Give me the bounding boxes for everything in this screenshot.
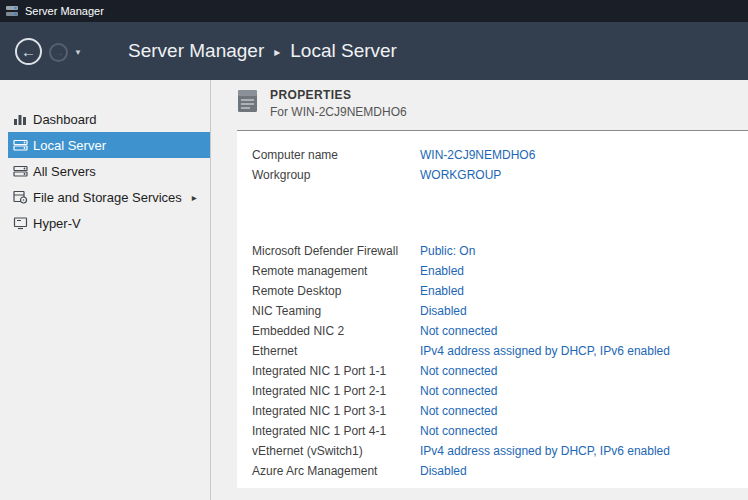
property-label: Integrated NIC 1 Port 2-1 bbox=[252, 384, 420, 398]
property-value-link[interactable]: Enabled bbox=[420, 264, 464, 278]
expand-chevron-icon[interactable]: ▸ bbox=[192, 192, 197, 203]
property-row: Workgroup WORKGROUP bbox=[252, 165, 748, 185]
main-content: PROPERTIES For WIN-2CJ9NEMDHO6 Computer … bbox=[212, 80, 748, 500]
properties-header-text: PROPERTIES For WIN-2CJ9NEMDHO6 bbox=[270, 88, 407, 119]
server-manager-window: Server Manager ← → ▼ Server Manager ▸ Lo… bbox=[0, 0, 748, 500]
property-value-link[interactable]: Not connected bbox=[420, 384, 497, 398]
back-arrow-icon: ← bbox=[21, 43, 36, 60]
property-label: Ethernet bbox=[252, 344, 420, 358]
property-label: Remote Desktop bbox=[252, 284, 420, 298]
server-icon bbox=[12, 137, 28, 153]
row-group-spacer bbox=[252, 185, 748, 241]
property-row: Integrated NIC 1 Port 3-1 Not connected bbox=[252, 401, 748, 421]
property-value-link[interactable]: Not connected bbox=[420, 424, 497, 438]
forward-button[interactable]: → bbox=[49, 43, 68, 62]
properties-header: PROPERTIES For WIN-2CJ9NEMDHO6 bbox=[237, 88, 407, 119]
property-label: Embedded NIC 2 bbox=[252, 324, 420, 338]
property-row: Integrated NIC 1 Port 4-1 Not connected bbox=[252, 421, 748, 441]
sidebar-item-label: All Servers bbox=[33, 164, 96, 179]
sidebar-item-local-server[interactable]: Local Server bbox=[8, 132, 210, 158]
property-row: vEthernet (vSwitch1) IPv4 address assign… bbox=[252, 441, 748, 461]
sidebar-item-hyper-v[interactable]: Hyper-V bbox=[8, 210, 210, 236]
hyperv-icon bbox=[12, 215, 28, 231]
sidebar-list: Dashboard Local Server bbox=[0, 106, 210, 236]
sidebar-item-all-servers[interactable]: All Servers bbox=[8, 158, 210, 184]
property-label: Integrated NIC 1 Port 3-1 bbox=[252, 404, 420, 418]
window-titlebar: Server Manager bbox=[0, 0, 748, 22]
nav-history-caret-icon[interactable]: ▼ bbox=[74, 48, 82, 57]
property-value-link[interactable]: Not connected bbox=[420, 364, 497, 378]
property-value-link[interactable]: Not connected bbox=[420, 404, 497, 418]
property-value-link[interactable]: Disabled bbox=[420, 304, 467, 318]
property-row: Microsoft Defender Firewall Public: On bbox=[252, 241, 748, 261]
storage-icon bbox=[12, 189, 28, 205]
dashboard-icon bbox=[12, 111, 28, 127]
navbar: ← → ▼ Server Manager ▸ Local Server bbox=[0, 22, 748, 80]
property-label: Microsoft Defender Firewall bbox=[252, 244, 420, 258]
property-label: Integrated NIC 1 Port 4-1 bbox=[252, 424, 420, 438]
sidebar-item-label: Local Server bbox=[33, 138, 106, 153]
property-label: Workgroup bbox=[252, 168, 420, 182]
sidebar-item-dashboard[interactable]: Dashboard bbox=[8, 106, 210, 132]
sidebar-item-label: Hyper-V bbox=[33, 216, 81, 231]
property-row: Integrated NIC 1 Port 1-1 Not connected bbox=[252, 361, 748, 381]
sidebar-item-label: Dashboard bbox=[33, 112, 97, 127]
property-value-link[interactable]: Not connected bbox=[420, 324, 497, 338]
property-row: Azure Arc Management Disabled bbox=[252, 461, 748, 481]
property-row: Ethernet IPv4 address assigned by DHCP, … bbox=[252, 341, 748, 361]
property-value-link[interactable]: IPv4 address assigned by DHCP, IPv6 enab… bbox=[420, 344, 670, 358]
servers-icon bbox=[12, 163, 28, 179]
property-value-link[interactable]: IPv4 address assigned by DHCP, IPv6 enab… bbox=[420, 444, 670, 458]
breadcrumb: Server Manager ▸ Local Server bbox=[128, 22, 397, 80]
property-row: Remote Desktop Enabled bbox=[252, 281, 748, 301]
property-label: Computer name bbox=[252, 148, 420, 162]
property-row: Embedded NIC 2 Not connected bbox=[252, 321, 748, 341]
breadcrumb-current: Local Server bbox=[290, 40, 397, 62]
property-label: Remote management bbox=[252, 264, 420, 278]
property-row: Computer name WIN-2CJ9NEMDHO6 bbox=[252, 145, 748, 165]
property-row: Remote management Enabled bbox=[252, 261, 748, 281]
sidebar-item-file-storage-services[interactable]: File and Storage Services ▸ bbox=[8, 184, 210, 210]
properties-subtitle: For WIN-2CJ9NEMDHO6 bbox=[270, 105, 407, 119]
sidebar-item-label: File and Storage Services bbox=[33, 190, 182, 205]
properties-panel: Computer name WIN-2CJ9NEMDHO6 Workgroup … bbox=[237, 130, 748, 488]
property-label: Azure Arc Management bbox=[252, 464, 420, 478]
property-value-link[interactable]: Enabled bbox=[420, 284, 464, 298]
properties-title: PROPERTIES bbox=[270, 88, 407, 102]
breadcrumb-root[interactable]: Server Manager bbox=[128, 40, 264, 62]
property-value-link[interactable]: WORKGROUP bbox=[420, 168, 501, 182]
properties-tile-icon bbox=[237, 88, 258, 114]
property-label: vEthernet (vSwitch1) bbox=[252, 444, 420, 458]
property-row: Integrated NIC 1 Port 2-1 Not connected bbox=[252, 381, 748, 401]
property-row: NIC Teaming Disabled bbox=[252, 301, 748, 321]
property-value-link[interactable]: Public: On bbox=[420, 244, 475, 258]
breadcrumb-separator-icon: ▸ bbox=[274, 45, 280, 59]
back-button[interactable]: ← bbox=[15, 38, 42, 65]
property-value-link[interactable]: Disabled bbox=[420, 464, 467, 478]
property-label: Integrated NIC 1 Port 1-1 bbox=[252, 364, 420, 378]
sidebar: Dashboard Local Server bbox=[0, 80, 211, 500]
window-title: Server Manager bbox=[25, 5, 104, 17]
property-value-link[interactable]: WIN-2CJ9NEMDHO6 bbox=[420, 148, 535, 162]
server-manager-app-icon bbox=[5, 4, 19, 18]
property-label: NIC Teaming bbox=[252, 304, 420, 318]
forward-arrow-icon: → bbox=[54, 47, 64, 58]
